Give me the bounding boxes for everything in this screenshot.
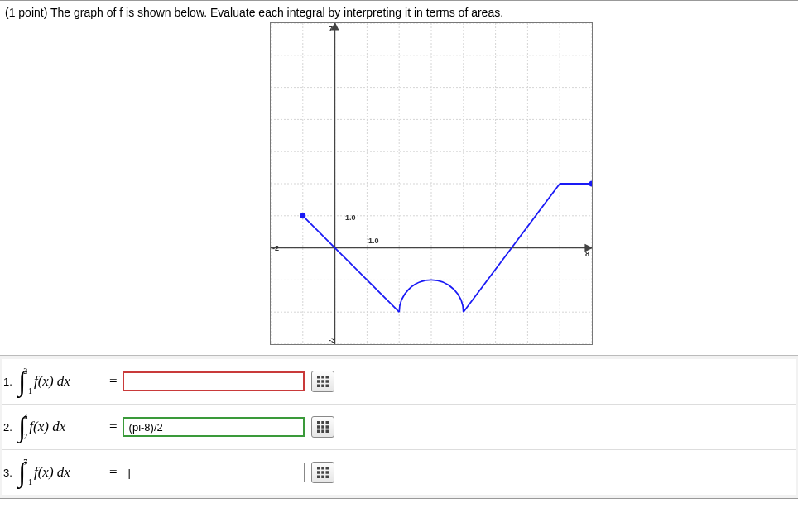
svg-rect-37 [317,385,320,388]
svg-rect-52 [317,471,320,474]
svg-rect-35 [321,380,324,383]
svg-rect-45 [325,425,329,429]
svg-point-29 [300,213,305,218]
points-label: (1 point) [5,6,47,19]
svg-rect-44 [321,425,324,429]
integral-expr-2: ∫ 4 2 f(x) dx [18,413,99,441]
keypad-button-1[interactable] [311,371,334,392]
question-number: 1. [3,376,18,388]
answer-input-2[interactable] [123,417,305,437]
svg-rect-40 [317,421,320,424]
answer-input-1[interactable] [123,371,305,391]
integral-expr-1: ∫ 2 −1 f(x) dx [18,367,99,395]
svg-rect-50 [321,467,324,470]
keypad-button-2[interactable] [311,416,334,438]
tick-x-1: 1.0 [368,237,379,245]
svg-rect-49 [317,467,320,470]
svg-rect-51 [325,467,329,470]
svg-rect-57 [325,476,329,479]
tick-x-neg2: -2 [272,244,279,252]
svg-rect-47 [321,430,324,434]
svg-rect-34 [317,380,320,383]
keypad-button-3[interactable] [311,462,334,483]
svg-rect-32 [321,376,324,379]
svg-point-30 [589,181,593,187]
svg-rect-43 [317,425,320,429]
answer-input-3[interactable] [123,463,305,482]
question-number: 3. [3,467,18,479]
question-prompt: (1 point) The graph of f is shown below.… [5,6,791,19]
tick-y-1: 1.0 [345,213,356,222]
svg-line-26 [303,216,399,312]
svg-rect-39 [325,385,329,388]
tick-x-8: 8 [585,250,589,258]
svg-rect-36 [325,380,329,383]
svg-rect-31 [317,376,320,379]
svg-rect-42 [325,421,329,424]
svg-rect-54 [325,471,329,474]
question-row-1: 1. ∫ 2 −1 f(x) dx = [2,359,796,405]
svg-rect-55 [317,476,320,479]
svg-rect-38 [321,385,324,388]
graph-plot: 1.0 1.0 -2 -3 7 8 [270,22,593,345]
svg-rect-48 [325,430,329,434]
integral-expr-3: ∫ 7 −1 f(x) dx [18,458,99,486]
question-row-3: 3. ∫ 7 −1 f(x) dx = [2,450,796,495]
svg-rect-46 [317,430,320,434]
svg-rect-53 [321,471,324,474]
question-number: 2. [3,421,18,434]
svg-rect-56 [321,476,324,479]
tick-y-7: 7 [329,25,333,33]
question-row-2: 2. ∫ 4 2 f(x) dx = [2,405,796,450]
prompt-text: The graph of f is shown below. Evaluate … [50,6,503,19]
answer-section: 1. ∫ 2 −1 f(x) dx = 2. ∫ 4 [0,355,798,498]
svg-rect-33 [325,376,329,379]
svg-rect-41 [321,421,324,424]
tick-y-neg3: -3 [329,336,335,344]
